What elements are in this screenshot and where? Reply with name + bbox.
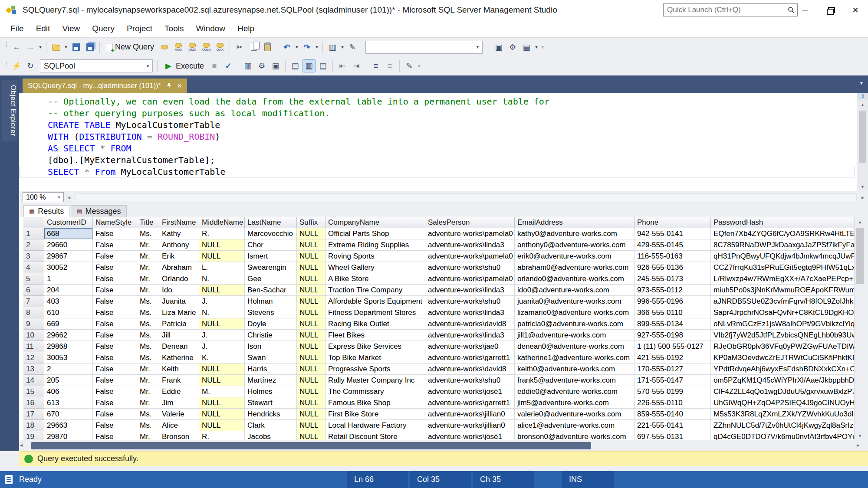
grid-cell[interactable]: Fitness Department Stores — [326, 307, 425, 318]
grid-cell[interactable]: 1 — [44, 273, 93, 285]
grid-cell[interactable]: 245-555-0173 — [635, 273, 711, 285]
row-header[interactable]: 19 — [23, 431, 44, 440]
status-char-number[interactable]: Ch 35 — [473, 471, 534, 488]
grid-hscroll-thumb[interactable] — [31, 442, 591, 449]
xmla-query-icon[interactable]: XMLA — [200, 41, 213, 54]
grid-cell[interactable]: The Commissary — [326, 386, 425, 397]
row-header[interactable]: 6 — [23, 285, 44, 296]
grid-cell[interactable]: 926-555-0136 — [635, 262, 711, 273]
grid-cell[interactable]: Jacobs — [245, 431, 297, 440]
grid-cell[interactable]: False — [93, 251, 137, 262]
grid-cell[interactable]: False — [93, 239, 137, 251]
grid-cell[interactable]: adventure-works\garrett1 — [425, 352, 515, 364]
grid-cell[interactable]: L/Rlwxzp4w7RWmEgXX+/A7cXaePEPcp+k — [711, 273, 854, 285]
grid-cell[interactable]: False — [93, 420, 137, 431]
row-header[interactable]: 17 — [23, 409, 44, 420]
grid-cell[interactable]: False — [93, 296, 137, 307]
grid-cell[interactable]: kathy0@adventure-works.com — [515, 228, 635, 239]
grid-cell[interactable]: NULL — [199, 318, 245, 330]
grid-cell[interactable]: 570-555-0199 — [635, 386, 711, 397]
undo-dropdown-icon[interactable]: ▾ — [294, 44, 300, 50]
grid-cell[interactable]: Extreme Riding Supplies — [326, 239, 425, 251]
grid-cell[interactable]: Holmes — [245, 386, 297, 397]
grid-cell[interactable]: patricia0@adventure-works.com — [515, 318, 635, 330]
close-button[interactable]: × — [843, 0, 868, 20]
code-editor[interactable]: -- Optionally, we can even load the data… — [19, 93, 868, 191]
column-header-companyname[interactable]: CompanyName — [326, 217, 425, 228]
cut-icon[interactable]: ✂ — [233, 41, 246, 54]
column-header-phone[interactable]: Phone — [635, 217, 711, 228]
connect-icon[interactable]: ⚡ — [10, 59, 23, 72]
mdx-query-icon[interactable]: MDX — [172, 41, 185, 54]
grid-cell[interactable]: N. — [199, 273, 245, 285]
grid-cell[interactable]: Orlando — [159, 273, 199, 285]
grid-cell[interactable]: 29868 — [44, 341, 93, 352]
minimize-button[interactable]: – — [792, 0, 818, 20]
menu-view[interactable]: View — [56, 21, 86, 36]
grid-cell[interactable]: anthony0@adventure-works.com — [515, 239, 635, 251]
grid-cell[interactable]: Erik — [159, 251, 199, 262]
outdent-icon[interactable]: ⇤ — [336, 59, 349, 72]
grid-cell[interactable]: Harris — [245, 364, 297, 375]
grid-cell[interactable]: NULL — [297, 239, 326, 251]
scroll-left-icon[interactable]: ◂ — [64, 194, 74, 200]
grid-cell[interactable]: J. — [199, 330, 245, 341]
grid-cell[interactable]: Chor — [245, 239, 297, 251]
grid-cell[interactable]: Ms. — [137, 228, 159, 239]
grid-cell[interactable]: 421-555-0192 — [635, 352, 711, 364]
grid-cell[interactable]: NULL — [199, 239, 245, 251]
grid-cell[interactable]: Traction Tire Company — [326, 285, 425, 296]
results-to-grid-icon[interactable]: ▦ — [302, 59, 316, 72]
grid-cell[interactable]: 403 — [44, 296, 93, 307]
code-line[interactable]: SELECT * From MyLocalCustomerTable — [48, 166, 855, 178]
grid-cell[interactable]: M. — [199, 386, 245, 397]
grid-cell[interactable]: False — [93, 341, 137, 352]
row-header[interactable]: 5 — [23, 273, 44, 285]
tab-results[interactable]: ▦ Results — [23, 205, 69, 217]
grid-cell[interactable]: bronson0@adventure-works.com — [515, 431, 635, 440]
uncomment-icon[interactable]: ≡ — [383, 59, 396, 72]
row-header[interactable]: 7 — [23, 296, 44, 307]
grid-cell[interactable]: Marcovecchio — [245, 228, 297, 239]
grid-cell[interactable]: Wheel Gallery — [326, 262, 425, 273]
grid-cell[interactable]: R. — [199, 431, 245, 440]
grid-cell[interactable]: False — [93, 375, 137, 386]
grid-cell[interactable]: NULL — [297, 409, 326, 420]
grid-cell[interactable]: Hendricks — [245, 409, 297, 420]
grid-cell[interactable]: keith0@adventure-works.com — [515, 364, 635, 375]
grid-cell[interactable]: 366-555-0110 — [635, 307, 711, 318]
grid-cell[interactable]: valerie0@adventure-works.com — [515, 409, 635, 420]
grid-cell[interactable]: NULL — [297, 341, 326, 352]
row-header[interactable]: 1 — [23, 228, 44, 239]
grid-cell[interactable]: 2 — [44, 364, 93, 375]
tab-close-icon[interactable]: × — [177, 82, 182, 90]
grid-cell[interactable]: Rally Master Company Inc — [326, 375, 425, 386]
grid-cell[interactable]: NULL — [297, 262, 326, 273]
grid-cell[interactable]: adventure-works\linda3 — [425, 307, 515, 318]
grid-cell[interactable]: Retail Discount Store — [326, 431, 425, 440]
find-dropdown-icon[interactable]: ▾ — [473, 41, 482, 53]
grid-cell[interactable]: Mr. — [137, 285, 159, 296]
zoom-dropdown-icon[interactable]: ▾ — [55, 195, 63, 200]
grid-cell[interactable]: adventure-works\garrett1 — [425, 397, 515, 409]
column-header-customerid[interactable]: CustomerID — [44, 217, 93, 228]
grid-cell[interactable]: Top Bike Market — [326, 352, 425, 364]
row-header[interactable]: 9 — [23, 318, 44, 330]
column-header-suffix[interactable]: Suffix — [297, 217, 326, 228]
scroll-left-icon[interactable]: ◂ — [20, 442, 23, 448]
code-line[interactable]: [dbo].[MyExternalCustomerTable]; — [48, 154, 855, 166]
grid-cell[interactable]: Mr. — [137, 375, 159, 386]
grid-cell[interactable]: Ms. — [137, 318, 159, 330]
grid-cell[interactable]: False — [93, 386, 137, 397]
grid-cell[interactable]: NULL — [297, 375, 326, 386]
grid-cell[interactable]: 29867 — [44, 251, 93, 262]
scroll-right-icon[interactable]: ▸ — [858, 194, 868, 200]
column-header-middlename[interactable]: MiddleName — [199, 217, 245, 228]
grid-cell[interactable]: adventure-works\jillian0 — [425, 409, 515, 420]
code-line[interactable]: -- other querying purposes such as local… — [48, 108, 855, 119]
grid-cell[interactable]: VIb2fj7yW2d5JtfPLZvbicsQNEgLhb0b93Uw — [711, 330, 854, 341]
grid-cell[interactable]: Affordable Sports Equipment — [326, 296, 425, 307]
grid-cell[interactable]: Ms. — [137, 341, 159, 352]
grid-cell[interactable]: UhGiWqQH+ZqO4P2SIEQ4J9goCINUOyH — [711, 397, 854, 409]
row-header[interactable]: 16 — [23, 397, 44, 409]
